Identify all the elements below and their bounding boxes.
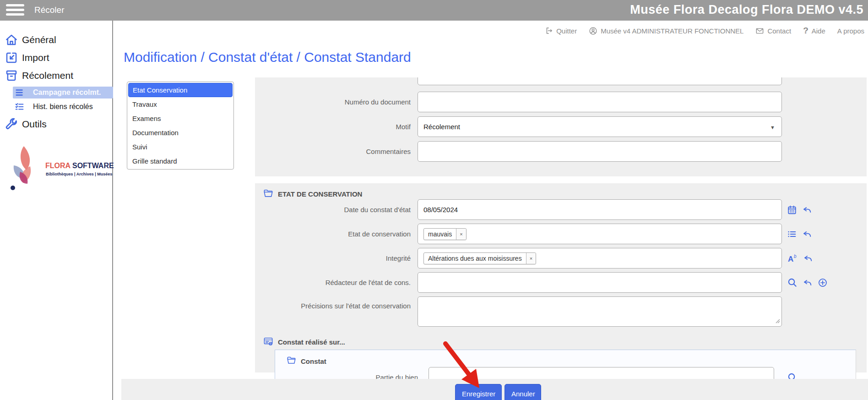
conservation-section-header: ETAT DE CONSERVATION [263,189,362,199]
calendar-icon[interactable] [787,205,797,215]
contact-link[interactable]: Contact [755,27,791,35]
app-window: Récoler Musée Flora Decalog Flora DEMO v… [0,0,868,400]
redacteur-label: Rédacteur de l'état de cons. [255,272,414,293]
motif-label: Motif [255,116,414,137]
etat-chip: mauvais × [423,228,467,240]
sidebar-item-outils[interactable]: Outils [0,115,112,133]
flora-logo-mark [6,145,43,191]
sidebar-item-label: Hist. biens récolés [33,103,93,111]
menu-lines-icon [15,88,25,98]
precisions-textarea[interactable] [418,296,782,327]
undo-icon[interactable] [802,229,812,239]
wrench-icon [5,117,18,131]
user-circle-icon [589,27,597,35]
integrite-row: Integrité Altérations dues aux moisissur… [255,248,867,268]
sidebar-item-import[interactable]: Import [0,49,112,67]
resize-handle-icon[interactable] [776,317,780,325]
sidebar-item-label: Récolement [22,70,73,81]
aide-link[interactable]: ? Aide [803,26,825,36]
commentaires-label: Commentaires [255,141,414,162]
constat-realise-header: Constat réalisé sur... [263,337,345,347]
sidebar-item-label: Campagne récolmt. [33,88,101,97]
integrite-label: Integrité [255,248,414,268]
redacteur-input[interactable] [418,272,782,293]
chip-remove-button[interactable]: × [456,229,466,240]
numero-document-label: Numéro du document [255,92,414,112]
clipped-top-field[interactable] [418,77,782,85]
top-bar: Récoler Musée Flora Decalog Flora DEMO v… [0,0,868,21]
text-ab-icon[interactable]: Ab [787,253,798,264]
motif-row: Motif Récolement ▼ [255,116,867,137]
motif-selected-value: Récolement [423,123,460,131]
undo-icon[interactable] [803,278,813,288]
home-icon [5,33,18,47]
save-button[interactable]: Enregistrer [455,384,502,400]
list-icon[interactable] [787,229,797,239]
integrite-input[interactable]: Altérations dues aux moisissures × [418,248,782,268]
tab-etat-conservation[interactable]: Etat Conservation [128,83,233,97]
folder-icon [263,189,273,199]
etat-conservation-input[interactable]: mauvais × [418,224,782,244]
envelope-icon [755,27,764,35]
undo-icon[interactable] [802,205,812,215]
tab-grille-standard[interactable]: Grille standard [128,154,233,168]
etat-conservation-row: Etat de conservation mauvais × [255,224,867,244]
quitter-link[interactable]: Quitter [545,27,577,35]
commentaires-input[interactable] [418,141,782,162]
motif-select[interactable]: Récolement ▼ [418,116,782,137]
precisions-label: Précisions sur l'état de conservation [255,296,414,315]
apropos-link[interactable]: A propos [837,27,864,35]
conservation-panel: ETAT DE CONSERVATION Date du constat d'é… [255,183,867,373]
page-title: Modification / Constat d'état / Constat … [124,49,411,65]
folder-icon [287,356,296,366]
constat-header: Constat [287,356,326,366]
hamburger-menu-icon[interactable] [6,4,25,16]
undo-icon[interactable] [803,253,813,263]
header-links: Quitter Musée v4 ADMINISTRATEUR FONCTION… [545,26,864,36]
plus-circle-icon[interactable] [818,278,828,288]
logout-icon [545,27,553,35]
logo-wordmark: FLORA SOFTWARE [45,162,114,170]
commentaires-row: Commentaires [255,141,867,162]
etat-conservation-label: Etat de conservation [255,224,414,244]
user-menu[interactable]: Musée v4 ADMINISTRATEUR FONCTIONNEL [589,27,743,35]
document-panel: Numéro du document Motif Récolement ▼ Co… [255,77,867,176]
sidebar-item-campagne-recolement[interactable]: Campagne récolmt. [13,87,113,99]
sidebar-item-general[interactable]: Général [0,31,112,49]
flora-software-logo: FLORA SOFTWARE Bibliothèques | Archives … [6,145,112,200]
sidebar-item-recolement[interactable]: Récolement [0,66,112,85]
svg-text:b: b [794,254,797,259]
date-constat-label: Date du constat d'état [255,199,414,220]
app-title: Musée Flora Decalog Flora DEMO v4.5 [630,3,863,17]
numero-document-input[interactable] [418,92,782,112]
action-bar: Enregistrer Annuler [121,379,868,400]
tab-travaux[interactable]: Travaux [128,97,233,111]
date-constat-input[interactable] [418,199,782,220]
redacteur-row: Rédacteur de l'état de cons. [255,272,867,293]
import-icon [5,51,18,65]
sidebar-item-hist-biens-recoles[interactable]: Hist. biens récolés [0,101,112,113]
record-card-icon [263,337,273,347]
tab-list: Etat Conservation Travaux Examens Docume… [127,82,234,170]
date-constat-row: Date du constat d'état [255,199,867,220]
integrite-chip: Altérations dues aux moisissures × [423,252,536,264]
constat-subpanel: Constat Partie du bien [275,350,856,379]
svg-text:A: A [788,255,793,263]
sidebar: Général Import Récolement Campagne récol… [0,21,113,400]
select-caret-icon: ▼ [770,125,775,130]
precisions-row: Précisions sur l'état de conservation [255,296,867,327]
chip-remove-button[interactable]: × [526,253,536,264]
sidebar-item-label: Outils [22,119,47,130]
topbar-module-label: Récoler [34,5,64,15]
tab-examens[interactable]: Examens [128,111,233,126]
checklist-icon [15,102,25,112]
cancel-button[interactable]: Annuler [505,384,541,400]
sidebar-item-label: Général [22,34,56,45]
question-icon: ? [803,26,808,36]
search-icon[interactable] [787,277,797,288]
logo-tagline: Bibliothèques | Archives | Musées [46,172,112,176]
tab-suivi[interactable]: Suivi [128,140,233,154]
sidebar-item-label: Import [22,52,49,63]
tab-documentation[interactable]: Documentation [128,126,233,140]
archive-box-icon [5,69,18,82]
